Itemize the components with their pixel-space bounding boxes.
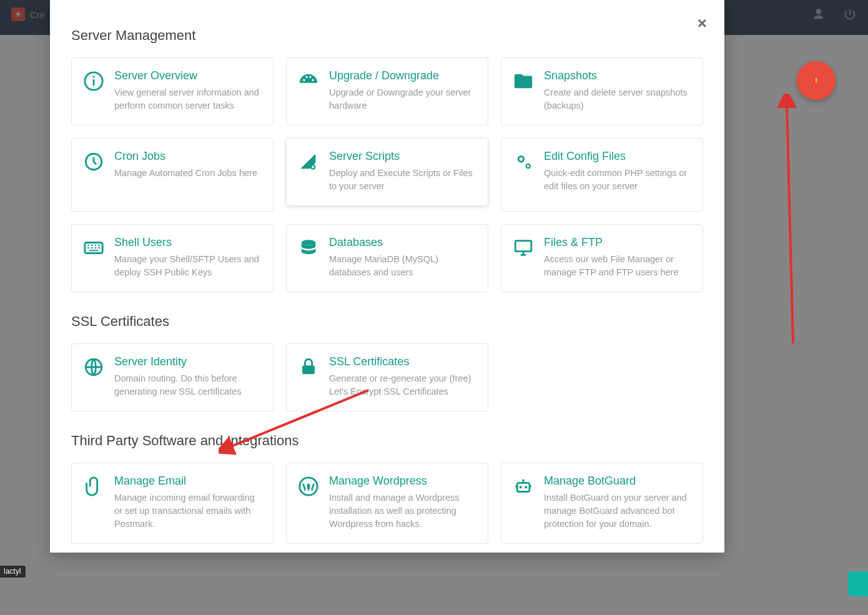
card-files-ftp[interactable]: Files & FTP Access our web File Manager …	[501, 224, 703, 292]
card-desc: Manage MariaDB (MySQL) databases and use…	[329, 253, 476, 279]
wordpress-icon	[298, 476, 319, 497]
card-title: Cron Jobs	[114, 150, 262, 163]
svg-point-6	[302, 240, 316, 245]
card-title: Manage Email	[114, 475, 262, 488]
card-title: Upgrade / Downgrade	[329, 69, 476, 82]
paperclip-icon	[83, 476, 104, 497]
card-desc: Upgrade or Downgrade your server hardwar…	[329, 86, 476, 112]
database-icon	[298, 237, 319, 258]
keyboard-icon	[83, 237, 104, 258]
fab-button[interactable]	[797, 61, 836, 100]
card-title: Server Overview	[114, 69, 262, 82]
cards-grid: Server Identity Domain routing. Do this …	[71, 343, 703, 411]
lock-icon	[298, 357, 319, 378]
card-title: Manage Wordpress	[329, 475, 476, 488]
card-desc: Manage Automated Cron Jobs here	[114, 167, 262, 180]
card-title: Shell Users	[114, 236, 262, 249]
card-desc: Quick-edit common PHP settings or edit f…	[544, 167, 691, 193]
modal-content: Server Management Server Overview View g…	[50, 0, 724, 553]
card-edit-config[interactable]: Edit Config Files Quick-edit common PHP …	[501, 138, 703, 212]
clock-icon	[83, 151, 104, 172]
help-bubble[interactable]	[848, 571, 868, 596]
card-title: Server Scripts	[329, 150, 476, 163]
svg-rect-11	[517, 483, 530, 491]
script-icon	[298, 151, 319, 172]
svg-rect-2	[93, 76, 95, 78]
gauge-icon	[298, 71, 319, 92]
card-title: Databases	[329, 236, 476, 249]
card-desc: Access our web File Manager or manage FT…	[544, 253, 691, 279]
robot-icon	[513, 476, 534, 497]
card-manage-wordpress[interactable]: Manage Wordpress Install and manage a Wo…	[286, 463, 488, 544]
card-title: Server Identity	[114, 355, 262, 368]
card-manage-email[interactable]: Manage Email Manage incoming email forwa…	[71, 463, 274, 544]
card-desc: Domain routing. Do this before generatin…	[114, 372, 262, 398]
svg-rect-5	[85, 243, 102, 253]
card-desc: Manage your Shell/SFTP Users and deploy …	[114, 253, 262, 279]
svg-rect-9	[302, 365, 315, 374]
card-title: Edit Config Files	[544, 150, 691, 163]
cards-grid: Manage Email Manage incoming email forwa…	[71, 463, 703, 544]
card-desc: Manage incoming email forwarding or set …	[114, 491, 262, 531]
monitor-icon	[513, 237, 534, 258]
card-snapshots[interactable]: Snapshots Create and delete server snaps…	[501, 57, 703, 125]
card-server-overview[interactable]: Server Overview View general server info…	[71, 57, 274, 125]
card-desc: Install BotGuard on your server and mana…	[544, 491, 691, 531]
card-server-identity[interactable]: Server Identity Domain routing. Do this …	[71, 343, 274, 411]
card-desc: Generate or re-generate your (free) Let'…	[329, 372, 476, 398]
card-title: SSL Certificates	[329, 355, 476, 368]
server-modal: × Server Management Server Overview View…	[50, 0, 724, 553]
card-title: Files & FTP	[544, 236, 691, 249]
section-title: Third Party Software and Integrations	[71, 433, 703, 449]
card-cron-jobs[interactable]: Cron Jobs Manage Automated Cron Jobs her…	[71, 138, 274, 212]
card-desc: Create and delete server snapshots (back…	[544, 86, 691, 112]
card-title: Manage BotGuard	[544, 475, 691, 488]
card-shell-users[interactable]: Shell Users Manage your Shell/SFTP Users…	[71, 224, 274, 292]
card-desc: View general server information and perf…	[114, 86, 262, 112]
card-title: Snapshots	[544, 69, 691, 82]
globe-icon	[83, 357, 104, 378]
card-databases[interactable]: Databases Manage MariaDB (MySQL) databas…	[286, 224, 488, 292]
section-title: SSL Certificates	[71, 313, 703, 330]
gears-icon	[513, 151, 534, 172]
svg-rect-7	[515, 241, 531, 252]
card-server-scripts[interactable]: Server Scripts Deploy and Execute Script…	[286, 138, 488, 206]
close-icon[interactable]: ×	[698, 14, 707, 33]
info-icon	[83, 71, 104, 92]
cards-grid: Server Overview View general server info…	[71, 57, 703, 292]
card-manage-botguard[interactable]: Manage BotGuard Install BotGuard on your…	[501, 463, 703, 544]
svg-point-12	[520, 486, 522, 488]
card-desc: Deploy and Execute Scripts or Files to y…	[329, 167, 476, 193]
card-desc: Install and manage a Wordpress installat…	[329, 491, 476, 531]
folder-icon	[513, 71, 534, 92]
card-upgrade-downgrade[interactable]: Upgrade / Downgrade Upgrade or Downgrade…	[286, 57, 488, 125]
small-tag: lactyl	[0, 566, 26, 578]
card-ssl[interactable]: SSL Certificates Generate or re-generate…	[286, 343, 488, 411]
svg-rect-1	[93, 79, 95, 86]
section-title: Server Management	[71, 27, 703, 44]
svg-point-13	[525, 486, 527, 488]
